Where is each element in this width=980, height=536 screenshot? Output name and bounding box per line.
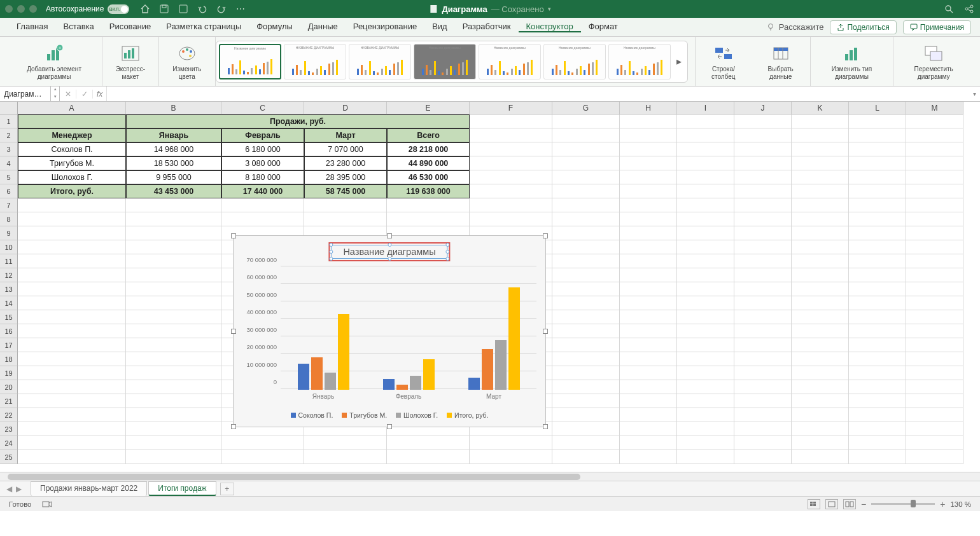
cell[interactable] (734, 310, 792, 324)
cell[interactable] (849, 170, 906, 184)
cell[interactable] (792, 268, 849, 282)
cell[interactable] (620, 366, 677, 380)
row-header-5[interactable]: 5 (0, 170, 18, 184)
cell[interactable] (126, 366, 221, 380)
cell[interactable] (677, 324, 734, 338)
cell[interactable] (304, 436, 387, 450)
cell[interactable] (849, 380, 906, 394)
cell[interactable] (849, 352, 906, 366)
resize-handle[interactable] (231, 233, 236, 238)
cell[interactable] (734, 282, 792, 296)
cell[interactable] (734, 114, 792, 128)
spreadsheet-grid[interactable]: ABCDEFGHIJKLM 12345678910111213141516171… (0, 102, 980, 472)
cell[interactable] (792, 240, 849, 254)
cell[interactable] (126, 394, 221, 408)
cell[interactable] (906, 422, 963, 436)
comments-button[interactable]: Примечания (903, 20, 971, 34)
fx-label[interactable]: fx (93, 90, 106, 99)
cell[interactable]: Всего (387, 128, 470, 142)
cell[interactable] (126, 436, 221, 450)
cell[interactable] (792, 142, 849, 156)
cell[interactable] (552, 142, 620, 156)
cell[interactable] (906, 240, 963, 254)
cell[interactable] (792, 436, 849, 450)
cell[interactable] (677, 254, 734, 268)
cell[interactable]: Менеджер (18, 128, 126, 142)
row-header-21[interactable]: 21 (0, 394, 18, 408)
cell[interactable] (906, 212, 963, 226)
zoom-in-button[interactable]: + (940, 499, 945, 509)
row-header-24[interactable]: 24 (0, 436, 18, 450)
cell[interactable] (18, 380, 126, 394)
cell[interactable] (906, 254, 963, 268)
autosave-icon[interactable] (178, 3, 189, 15)
cell[interactable] (906, 394, 963, 408)
scrollbar-thumb[interactable] (8, 474, 580, 480)
cell[interactable] (620, 408, 677, 422)
resize-handle[interactable] (387, 233, 392, 238)
cell[interactable] (552, 282, 620, 296)
row-header-8[interactable]: 8 (0, 212, 18, 226)
cell[interactable] (221, 436, 304, 450)
cell[interactable] (620, 254, 677, 268)
cell[interactable] (849, 240, 906, 254)
col-header-E[interactable]: E (387, 102, 470, 114)
row-header-7[interactable]: 7 (0, 198, 18, 212)
chart-title-selection[interactable]: Название диаграммы (328, 242, 450, 261)
cell[interactable] (792, 394, 849, 408)
cell[interactable] (470, 436, 552, 450)
cell[interactable] (552, 184, 620, 198)
close-icon[interactable] (5, 5, 13, 13)
ribbon-tab-рецензирование[interactable]: Рецензирование (346, 22, 424, 31)
cell[interactable] (906, 310, 963, 324)
cell[interactable] (906, 156, 963, 170)
title-handle[interactable] (329, 250, 333, 254)
cell[interactable] (677, 170, 734, 184)
row-header-2[interactable]: 2 (0, 128, 18, 142)
name-box-stepper[interactable]: ▴▾ (51, 86, 60, 101)
cell[interactable]: 14 968 000 (126, 142, 221, 156)
cell[interactable] (677, 142, 734, 156)
cell[interactable] (552, 198, 620, 212)
cell[interactable] (906, 282, 963, 296)
cell[interactable] (734, 128, 792, 142)
cell[interactable]: 3 080 000 (221, 156, 304, 170)
cell[interactable] (734, 156, 792, 170)
autosave-toggle[interactable]: Автосохранение ВКЛ. (46, 4, 129, 14)
cell[interactable] (470, 198, 552, 212)
row-header-23[interactable]: 23 (0, 422, 18, 436)
cell[interactable] (906, 296, 963, 310)
cell[interactable] (620, 436, 677, 450)
cell[interactable] (849, 394, 906, 408)
cell[interactable] (849, 338, 906, 352)
cell[interactable] (906, 226, 963, 240)
bar[interactable] (482, 349, 493, 390)
cell[interactable] (620, 422, 677, 436)
cell[interactable] (552, 212, 620, 226)
col-header-H[interactable]: H (620, 102, 677, 114)
switch-row-column-button[interactable]: Строка/столбец (695, 37, 752, 86)
cell[interactable] (620, 268, 677, 282)
cell[interactable] (470, 114, 552, 128)
cell[interactable] (18, 394, 126, 408)
undo-icon[interactable] (197, 3, 208, 15)
cell[interactable] (126, 282, 221, 296)
col-header-I[interactable]: I (677, 102, 734, 114)
sheet-tab[interactable]: Итоги продаж (148, 481, 216, 496)
cell[interactable] (552, 156, 620, 170)
chart-style-1[interactable]: Название диаграммы (219, 44, 281, 79)
cell[interactable] (734, 142, 792, 156)
title-handle[interactable] (388, 257, 391, 261)
cell[interactable] (18, 324, 126, 338)
chart-object[interactable]: Название диаграммы 010 000 00020 000 000… (233, 235, 546, 427)
resize-handle[interactable] (543, 424, 548, 429)
maximize-icon[interactable] (29, 5, 37, 13)
cell[interactable] (734, 170, 792, 184)
cell[interactable] (792, 128, 849, 142)
cell[interactable] (552, 296, 620, 310)
resize-handle[interactable] (231, 424, 236, 429)
cell[interactable] (126, 198, 221, 212)
cell[interactable] (387, 436, 470, 450)
cell[interactable] (470, 170, 552, 184)
cell[interactable]: Продажи, руб. (126, 114, 470, 128)
